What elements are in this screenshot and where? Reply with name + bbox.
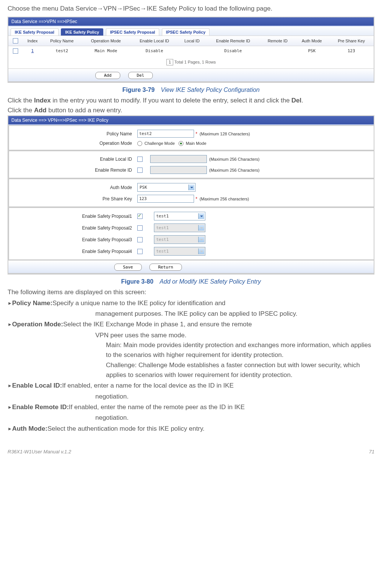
col-op-mode: Operation Mode (81, 36, 130, 46)
item-text-cont: VPN peer uses the same mode. (95, 330, 374, 340)
item-text-cont: management purposes. The IKE policy can … (95, 309, 374, 319)
checkbox-sp4[interactable] (137, 249, 143, 254)
save-button[interactable]: Save (114, 264, 142, 271)
bullet-arrow-icon: ► (8, 426, 12, 431)
tab-ike-policy[interactable]: IKE Safety Policy (61, 28, 103, 36)
item-text: Specify a unique name to the IKE policy … (53, 299, 225, 307)
body-paragraph-1: Click the Index in the entry you want to… (8, 96, 374, 105)
radio-challenge-label: Challenge Mode (144, 141, 175, 146)
add-button[interactable]: Add (95, 72, 120, 79)
row-checkbox[interactable] (13, 48, 18, 54)
table-row: 1 test2 Main Mode Disable Disable PSK 12… (8, 46, 374, 56)
hint-policy: (Maximum 128 Characters) (200, 132, 250, 136)
cell-enlocal: Disable (130, 46, 179, 56)
sp3-select[interactable]: test1 (154, 235, 205, 244)
sp3-value: test1 (155, 237, 169, 242)
figure-3-79-screenshot: Data Service ==>VPN ==>IPSec IKE Safety … (8, 17, 374, 83)
cell-remoteid (261, 46, 295, 56)
pre-share-key-input[interactable]: 123 (137, 195, 194, 203)
item-text: If enabled, enter the name of the remote… (69, 403, 245, 411)
remote-id-input[interactable] (150, 166, 207, 174)
pagination-text: Total 1 Pages, 1 Rows (174, 60, 216, 64)
text-fragment: . (301, 97, 303, 104)
text-fragment: button to add a new entry. (47, 107, 122, 114)
body-paragraph-2: Click the Add button to add a new entry. (8, 105, 374, 115)
label-enable-local-id: Enable Local ID (9, 157, 137, 162)
tab-ipsec-policy[interactable]: IPSEC Safety Policy (162, 28, 210, 36)
item-label: Enable Remote ID: (12, 403, 69, 411)
col-remote-id: Remote ID (261, 36, 295, 46)
select-all-checkbox[interactable] (13, 38, 18, 43)
cell-localid (179, 46, 206, 56)
cell-psk: 123 (329, 46, 374, 56)
label-sp4: Enable Safety Proposal4 (9, 249, 137, 254)
tab-ike-proposal[interactable]: IKE Safety Proposal (11, 28, 59, 36)
checkbox-sp3[interactable] (137, 237, 143, 242)
index-link[interactable]: 1 (31, 48, 34, 53)
radio-challenge[interactable] (137, 141, 142, 146)
policy-table: Index Policy Name Operation Mode Enable … (8, 36, 374, 56)
sp1-value: test1 (155, 214, 169, 219)
item-label: Policy Name: (12, 299, 53, 307)
label-sp3: Enable Safety Proposal3 (9, 237, 137, 242)
bold-index: Index (34, 97, 51, 104)
cell-auth: PSK (295, 46, 329, 56)
intro-paragraph: Choose the menu Data Service→VPN→IPSec→I… (8, 4, 374, 14)
fig-title: Add or Modify IKE Safety Policy Entry (160, 278, 261, 285)
item-operation-mode: ►Operation Mode:Select the IKE Exchange … (8, 320, 374, 329)
label-sp2: Enable Safety Proposal2 (9, 225, 137, 231)
page-footer: R36X1-W1User Manual v.1.2 71 (8, 449, 374, 455)
figure-3-80-screenshot: Data Service ==> VPN==>IPSec ==> IKE Pol… (8, 115, 374, 275)
del-button[interactable]: Del (128, 72, 153, 79)
button-row: Save Return (8, 260, 374, 273)
checkbox-sp2[interactable] (137, 225, 143, 231)
button-row: Add Del (8, 68, 374, 81)
checkbox-remote-id[interactable] (137, 168, 143, 173)
required-star: * (196, 196, 197, 202)
bullet-arrow-icon: ► (8, 383, 12, 388)
item-text-cont: negotiation. (95, 413, 374, 423)
radio-main[interactable] (179, 141, 183, 146)
local-id-input[interactable] (150, 155, 207, 163)
col-policy-name: Policy Name (42, 36, 82, 46)
cell-enremote: Disable (206, 46, 261, 56)
footer-left: R36X1-W1User Manual v.1.2 (8, 449, 71, 455)
bold-add: Add (34, 107, 47, 114)
tab-row: IKE Safety Proposal IKE Safety Policy IP… (8, 26, 374, 36)
label-policy-name: Policy Name (9, 131, 137, 137)
chevron-down-icon (188, 185, 194, 190)
items-intro: The following items are displayed on thi… (8, 287, 374, 297)
col-index: Index (23, 36, 42, 46)
sp1-select[interactable]: test1 (154, 212, 205, 220)
sp4-select[interactable]: test1 (154, 247, 205, 256)
sp2-select[interactable]: test1 (154, 223, 205, 232)
sub-item-challenge: Challenge: Challenge Mode establishes a … (106, 360, 374, 380)
required-star: * (196, 131, 197, 137)
breadcrumb: Data Service ==>VPN ==>IPSec (8, 17, 374, 26)
item-enable-local-id: ►Enable Local ID:If enabled, enter a nam… (8, 381, 374, 391)
sub-item-text: Challenge Mode establishes a faster conn… (106, 361, 360, 379)
text-fragment: Click the (8, 97, 34, 104)
bullet-arrow-icon: ► (8, 322, 12, 327)
item-enable-remote-id: ►Enable Remote ID:If enabled, enter the … (8, 402, 374, 412)
auth-mode-select[interactable]: PSK (137, 183, 196, 192)
footer-page-number: 71 (369, 449, 374, 455)
label-pre-share-key: Pre Share Key (9, 196, 137, 202)
item-label: Enable Local ID: (12, 382, 62, 389)
tab-ipsec-proposal[interactable]: IPSEC Safety Proposal (106, 28, 159, 36)
checkbox-local-id[interactable] (137, 157, 143, 162)
item-text: Select the authentication mode for this … (47, 425, 204, 432)
figure-3-79-caption: Figure 3-79 View IKE Safety Policy Confi… (8, 87, 374, 93)
pagination: 1 Total 1 Pages, 1 Rows (8, 56, 374, 68)
radio-main-label: Main Mode (186, 141, 206, 146)
bullet-arrow-icon: ► (8, 301, 12, 306)
item-text-cont: negotiation. (95, 392, 374, 402)
return-button[interactable]: Return (149, 264, 182, 271)
checkbox-sp1[interactable] (137, 214, 143, 219)
auth-mode-value: PSK (138, 185, 147, 190)
col-enable-remote-id: Enable Remote ID (206, 36, 261, 46)
sp2-value: test1 (155, 225, 169, 230)
policy-name-input[interactable]: test2 (137, 130, 194, 138)
col-pre-share-key: Pre Share Key (329, 36, 374, 46)
cell-mode: Main Mode (81, 46, 130, 56)
